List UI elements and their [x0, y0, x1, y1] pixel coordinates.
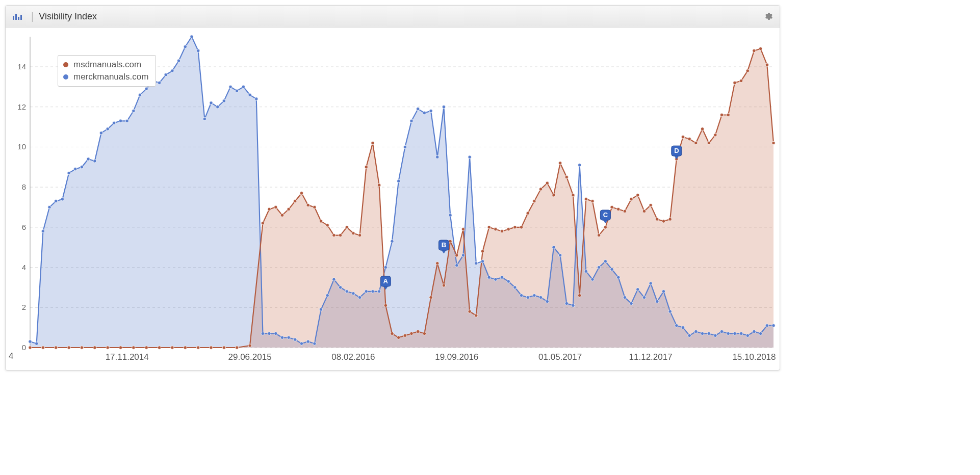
svg-point-56	[255, 97, 258, 100]
svg-point-209	[610, 205, 613, 208]
svg-point-231	[753, 49, 756, 52]
legend-dot-series1	[63, 62, 68, 67]
svg-point-93	[494, 278, 497, 281]
svg-point-87	[455, 263, 458, 267]
svg-point-101	[546, 300, 549, 303]
svg-text:29.06.2015: 29.06.2015	[228, 352, 272, 362]
svg-point-142	[93, 346, 96, 349]
svg-point-26	[61, 198, 64, 201]
svg-point-114	[630, 302, 633, 305]
svg-point-183	[442, 284, 445, 287]
svg-point-166	[332, 233, 336, 236]
svg-point-37	[132, 109, 135, 112]
svg-text:4: 4	[22, 263, 26, 272]
svg-point-186	[461, 228, 465, 231]
svg-point-74	[371, 290, 374, 293]
svg-text:8: 8	[22, 182, 26, 191]
svg-point-233	[765, 63, 768, 66]
svg-point-64	[306, 340, 310, 343]
svg-point-222	[694, 141, 698, 144]
svg-point-179	[416, 330, 419, 333]
legend-item-merckmanuals[interactable]: merckmanuals.com	[63, 71, 148, 83]
svg-point-221	[688, 138, 691, 141]
svg-point-157	[274, 205, 277, 208]
svg-text:A: A	[383, 277, 389, 285]
svg-point-171	[365, 166, 368, 169]
svg-point-190	[487, 226, 491, 229]
svg-point-34	[113, 121, 116, 124]
svg-point-100	[539, 296, 542, 299]
svg-point-25	[55, 200, 58, 203]
svg-point-148	[171, 346, 174, 349]
svg-point-224	[707, 141, 710, 144]
svg-point-156	[268, 207, 271, 210]
svg-text:01.05.2017: 01.05.2017	[538, 352, 582, 362]
svg-text:C: C	[603, 211, 608, 219]
svg-point-76	[384, 266, 387, 269]
svg-point-150	[196, 346, 199, 349]
gear-icon[interactable]	[764, 12, 772, 20]
svg-point-106	[578, 164, 581, 167]
legend-label-series2: merckmanuals.com	[73, 72, 148, 82]
svg-point-75	[377, 290, 380, 293]
svg-point-180	[423, 332, 426, 335]
svg-point-140	[67, 346, 70, 349]
svg-point-200	[552, 194, 555, 197]
legend-item-msdmanuals[interactable]: msdmanuals.com	[63, 59, 148, 71]
svg-point-117	[649, 282, 652, 285]
svg-point-79	[403, 145, 406, 148]
svg-rect-2	[18, 17, 19, 20]
svg-point-141	[80, 346, 83, 349]
svg-point-128	[720, 330, 723, 333]
svg-point-120	[668, 310, 672, 313]
svg-point-73	[365, 290, 368, 293]
svg-point-92	[487, 276, 491, 279]
svg-rect-0	[13, 16, 14, 20]
svg-point-134	[759, 332, 762, 335]
svg-point-29	[80, 166, 83, 169]
svg-point-42	[164, 73, 167, 76]
svg-point-119	[662, 290, 665, 293]
svg-point-91	[481, 260, 484, 263]
svg-point-43	[171, 69, 174, 72]
svg-point-168	[345, 226, 348, 229]
svg-point-193	[507, 228, 510, 231]
svg-point-176	[397, 336, 400, 339]
svg-text:0: 0	[22, 343, 26, 352]
svg-point-216	[656, 218, 659, 221]
svg-point-115	[636, 288, 639, 291]
svg-point-57	[261, 332, 264, 335]
svg-point-160	[294, 200, 297, 203]
svg-point-109	[597, 266, 600, 269]
svg-point-51	[222, 99, 225, 102]
svg-point-78	[397, 179, 400, 182]
svg-point-226	[720, 113, 723, 116]
bar-chart-icon	[13, 13, 22, 20]
svg-point-130	[733, 332, 736, 335]
legend: msdmanuals.com merckmanuals.com	[58, 55, 156, 87]
svg-point-167	[339, 233, 342, 236]
svg-point-232	[759, 47, 762, 50]
svg-point-178	[410, 332, 413, 335]
svg-point-225	[714, 134, 717, 137]
svg-point-154	[248, 344, 251, 347]
svg-point-203	[572, 194, 575, 197]
svg-point-84	[436, 155, 439, 159]
svg-point-175	[391, 332, 394, 335]
svg-point-227	[727, 113, 730, 116]
svg-point-208	[604, 226, 607, 229]
svg-point-36	[125, 119, 128, 122]
svg-point-49	[210, 101, 213, 104]
svg-text:15.10.2018: 15.10.2018	[732, 352, 776, 362]
svg-text:14: 14	[17, 62, 26, 71]
svg-point-22	[35, 342, 38, 345]
svg-point-214	[642, 209, 646, 213]
svg-point-46	[190, 35, 193, 38]
svg-point-33	[106, 127, 109, 130]
svg-point-99	[533, 294, 536, 297]
svg-point-27	[67, 171, 70, 174]
svg-point-121	[675, 324, 678, 327]
svg-point-123	[688, 334, 691, 337]
svg-point-197	[533, 200, 536, 203]
svg-point-189	[481, 250, 484, 253]
